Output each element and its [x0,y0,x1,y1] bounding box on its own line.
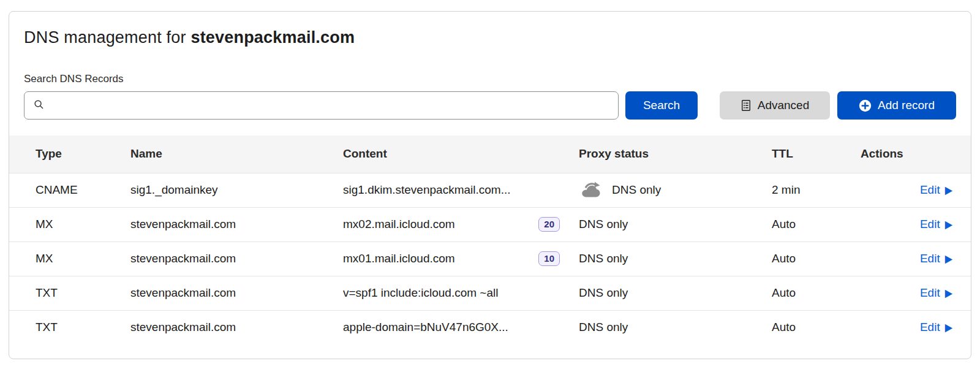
toolbar: Search Advanced [24,91,956,120]
page-title-prefix: DNS management for [24,28,190,47]
list-document-icon [741,99,752,112]
record-type: TXT [9,276,130,310]
search-input[interactable] [51,99,609,112]
table-row: MX stevenpackmail.com mx01.mail.icloud.c… [9,242,971,276]
actions-cell: Edit▶ [851,207,971,242]
add-record-button[interactable]: Add record [837,91,956,120]
search-button[interactable]: Search [625,91,698,120]
record-name: stevenpackmail.com [130,207,343,242]
table-header: Type Name Content Proxy status TTL Actio… [9,135,971,173]
edit-link[interactable]: Edit▶ [920,218,952,231]
proxy-status-cell: DNS only [570,207,763,242]
record-name: stevenpackmail.com [130,276,343,310]
edit-link[interactable]: Edit▶ [920,183,952,197]
caret-right-icon: ▶ [945,253,952,264]
search-label: Search DNS Records [24,73,956,85]
column-header-ttl: TTL [763,135,851,173]
record-ttl: Auto [763,207,851,242]
actions-cell: Edit▶ [851,242,971,276]
proxy-status-cell: DNS only [570,242,763,276]
record-content-cell: mx02.mail.icloud.com 20 [343,207,570,242]
record-content-cell: apple-domain=bNuV47n6G0X... [343,310,570,344]
record-ttl: Auto [763,310,851,344]
proxy-status-label: DNS only [579,286,628,300]
record-type: TXT [9,310,130,344]
record-type: CNAME [9,173,130,207]
record-type: MX [9,242,130,276]
record-content-cell: sig1.dkim.stevenpackmail.com... [343,173,570,207]
table-row: MX stevenpackmail.com mx02.mail.icloud.c… [9,207,971,242]
record-content-cell: v=spf1 include:icloud.com ~all [343,276,570,310]
record-name: sig1._domainkey [130,173,343,207]
table-row: TXT stevenpackmail.com apple-domain=bNuV… [9,310,971,344]
page-title-domain: stevenpackmail.com [190,28,355,47]
search-box[interactable] [24,91,619,120]
proxy-status-label: DNS only [579,218,628,231]
edit-link[interactable]: Edit▶ [920,321,952,334]
advanced-button[interactable]: Advanced [720,91,830,120]
search-icon [33,99,45,113]
dns-records-table: Type Name Content Proxy status TTL Actio… [9,135,971,344]
edit-label: Edit [920,183,940,197]
edit-link[interactable]: Edit▶ [920,252,952,265]
proxy-status-label: DNS only [579,321,628,334]
record-content: apple-domain=bNuV47n6G0X... [343,321,508,334]
actions-cell: Edit▶ [851,276,971,310]
page-title: DNS management for stevenpackmail.com [24,28,956,47]
dns-only-cloud-icon [579,181,603,199]
mx-priority-badge: 10 [538,251,560,267]
table-row: TXT stevenpackmail.com v=spf1 include:ic… [9,276,971,310]
dns-table-body: CNAME sig1._domainkey sig1.dkim.stevenpa… [9,173,971,344]
record-content: sig1.dkim.stevenpackmail.com... [343,183,511,197]
mx-priority-badge: 20 [538,217,560,232]
edit-label: Edit [920,252,940,265]
record-name: stevenpackmail.com [130,310,343,344]
caret-right-icon: ▶ [945,322,952,333]
caret-right-icon: ▶ [945,219,952,230]
actions-cell: Edit▶ [851,173,971,207]
caret-right-icon: ▶ [945,184,952,196]
proxy-status-cell: DNS only [570,310,763,344]
record-content: mx02.mail.icloud.com [343,218,455,231]
column-header-actions: Actions [851,135,971,173]
record-content-cell: mx01.mail.icloud.com 10 [343,242,570,276]
proxy-status-cell: DNS only [570,276,763,310]
edit-label: Edit [920,286,940,300]
add-record-label: Add record [878,99,935,112]
record-ttl: 2 min [763,173,851,207]
record-name: stevenpackmail.com [130,242,343,276]
record-content: mx01.mail.icloud.com [343,252,455,265]
record-ttl: Auto [763,276,851,310]
edit-label: Edit [920,321,940,334]
column-header-proxy-status: Proxy status [570,135,763,173]
plus-circle-icon [859,99,872,112]
proxy-status-label: DNS only [612,183,661,197]
edit-label: Edit [920,218,940,231]
proxy-status-cell: DNS only [570,173,763,207]
table-row: CNAME sig1._domainkey sig1.dkim.stevenpa… [9,173,971,207]
edit-link[interactable]: Edit▶ [920,286,952,300]
dns-management-card: DNS management for stevenpackmail.com Se… [9,11,971,359]
record-content: v=spf1 include:icloud.com ~all [343,286,498,300]
column-header-content: Content [343,135,570,173]
caret-right-icon: ▶ [945,287,952,299]
proxy-status-label: DNS only [579,252,628,265]
column-header-name: Name [130,135,343,173]
record-type: MX [9,207,130,242]
column-header-type: Type [9,135,130,173]
actions-cell: Edit▶ [851,310,971,344]
record-ttl: Auto [763,242,851,276]
advanced-button-label: Advanced [758,99,810,112]
